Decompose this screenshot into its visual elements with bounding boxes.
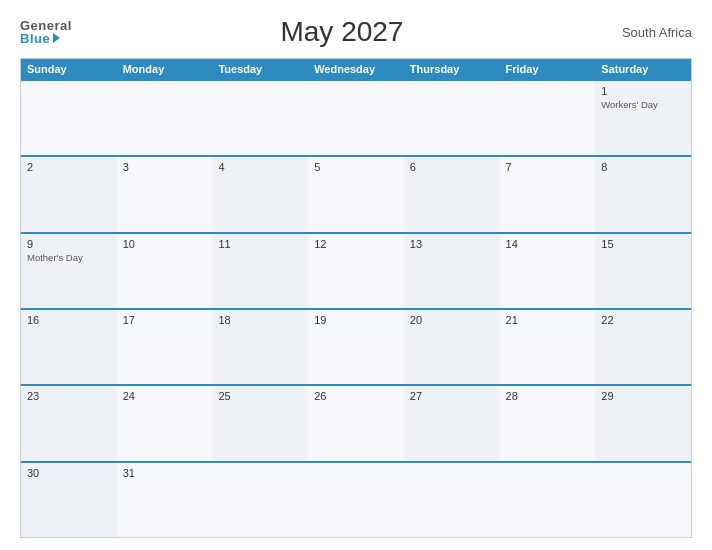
week-row-1: 1Workers' Day: [21, 79, 691, 155]
week-row-2: 2345678: [21, 155, 691, 231]
day-number: 9: [27, 238, 111, 250]
day-cell: 22: [595, 310, 691, 384]
day-number: 28: [506, 390, 590, 402]
calendar-title: May 2027: [72, 16, 612, 48]
day-cell: 13: [404, 234, 500, 308]
day-headers-row: SundayMondayTuesdayWednesdayThursdayFrid…: [21, 59, 691, 79]
day-number: 17: [123, 314, 207, 326]
day-cell: 25: [212, 386, 308, 460]
day-number: 10: [123, 238, 207, 250]
logo: General Blue: [20, 19, 72, 45]
day-number: 3: [123, 161, 207, 173]
day-cell: 26: [308, 386, 404, 460]
day-number: 20: [410, 314, 494, 326]
week-row-5: 23242526272829: [21, 384, 691, 460]
day-number: 31: [123, 467, 207, 479]
day-number: 18: [218, 314, 302, 326]
day-number: 16: [27, 314, 111, 326]
day-event: Mother's Day: [27, 252, 111, 264]
day-cell: 15: [595, 234, 691, 308]
day-cell: 9Mother's Day: [21, 234, 117, 308]
day-cell: [595, 463, 691, 537]
day-cell: 3: [117, 157, 213, 231]
day-header-tuesday: Tuesday: [212, 59, 308, 79]
day-number: 2: [27, 161, 111, 173]
day-cell: 28: [500, 386, 596, 460]
day-number: 1: [601, 85, 685, 97]
day-number: 26: [314, 390, 398, 402]
day-number: 11: [218, 238, 302, 250]
day-cell: 7: [500, 157, 596, 231]
day-cell: 6: [404, 157, 500, 231]
calendar: SundayMondayTuesdayWednesdayThursdayFrid…: [20, 58, 692, 538]
day-number: 24: [123, 390, 207, 402]
logo-blue-text: Blue: [20, 32, 60, 45]
week-row-4: 16171819202122: [21, 308, 691, 384]
day-number: 13: [410, 238, 494, 250]
day-cell: 4: [212, 157, 308, 231]
day-cell: [212, 81, 308, 155]
day-cell: [21, 81, 117, 155]
day-cell: 29: [595, 386, 691, 460]
day-cell: [404, 463, 500, 537]
day-event: Workers' Day: [601, 99, 685, 111]
day-header-wednesday: Wednesday: [308, 59, 404, 79]
day-number: 14: [506, 238, 590, 250]
day-number: 29: [601, 390, 685, 402]
country-label: South Africa: [612, 25, 692, 40]
day-number: 21: [506, 314, 590, 326]
day-number: 7: [506, 161, 590, 173]
day-number: 4: [218, 161, 302, 173]
day-header-saturday: Saturday: [595, 59, 691, 79]
day-cell: 27: [404, 386, 500, 460]
day-cell: 8: [595, 157, 691, 231]
week-row-6: 3031: [21, 461, 691, 537]
day-header-monday: Monday: [117, 59, 213, 79]
day-cell: 20: [404, 310, 500, 384]
day-cell: 19: [308, 310, 404, 384]
day-cell: 17: [117, 310, 213, 384]
day-cell: 30: [21, 463, 117, 537]
day-cell: 24: [117, 386, 213, 460]
day-cell: [404, 81, 500, 155]
day-cell: 1Workers' Day: [595, 81, 691, 155]
day-number: 5: [314, 161, 398, 173]
day-cell: 21: [500, 310, 596, 384]
day-number: 15: [601, 238, 685, 250]
day-cell: 12: [308, 234, 404, 308]
day-cell: 16: [21, 310, 117, 384]
page: General Blue May 2027 South Africa Sunda…: [0, 0, 712, 550]
day-header-friday: Friday: [500, 59, 596, 79]
day-cell: 31: [117, 463, 213, 537]
day-cell: [500, 81, 596, 155]
day-cell: 23: [21, 386, 117, 460]
header: General Blue May 2027 South Africa: [20, 16, 692, 48]
day-cell: 2: [21, 157, 117, 231]
day-number: 25: [218, 390, 302, 402]
day-number: 27: [410, 390, 494, 402]
day-cell: 14: [500, 234, 596, 308]
day-number: 8: [601, 161, 685, 173]
week-row-3: 9Mother's Day101112131415: [21, 232, 691, 308]
day-cell: 11: [212, 234, 308, 308]
day-cell: [308, 463, 404, 537]
day-cell: [212, 463, 308, 537]
day-header-thursday: Thursday: [404, 59, 500, 79]
day-number: 22: [601, 314, 685, 326]
day-number: 30: [27, 467, 111, 479]
day-number: 6: [410, 161, 494, 173]
weeks-container: 1Workers' Day23456789Mother's Day1011121…: [21, 79, 691, 537]
day-number: 19: [314, 314, 398, 326]
day-number: 23: [27, 390, 111, 402]
day-cell: 5: [308, 157, 404, 231]
day-header-sunday: Sunday: [21, 59, 117, 79]
day-number: 12: [314, 238, 398, 250]
day-cell: 18: [212, 310, 308, 384]
day-cell: [308, 81, 404, 155]
logo-triangle-icon: [53, 33, 60, 43]
day-cell: 10: [117, 234, 213, 308]
day-cell: [500, 463, 596, 537]
day-cell: [117, 81, 213, 155]
